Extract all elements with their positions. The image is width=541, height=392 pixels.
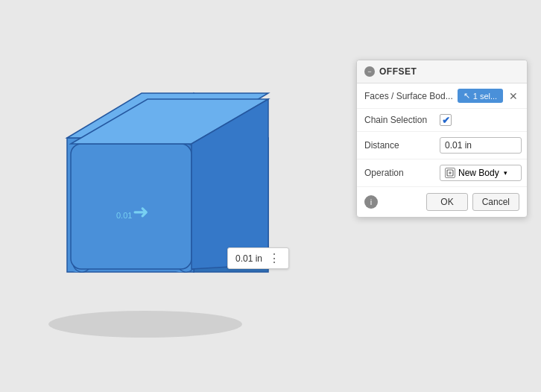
svg-text:➜: ➜ xyxy=(133,200,149,223)
distance-floating-label: 0.01 in ⋮ xyxy=(227,247,289,269)
faces-value: ↖ 1 sel... ✕ xyxy=(458,89,519,103)
offset-panel: − OFFSET Faces / Surface Bod... ↖ 1 sel.… xyxy=(356,60,528,218)
faces-label: Faces / Surface Bod... xyxy=(364,91,453,101)
distance-label-menu[interactable]: ⋮ xyxy=(268,251,281,265)
operation-dropdown[interactable]: New Body ▾ xyxy=(440,165,522,181)
distance-label-text: Distance xyxy=(364,140,435,151)
clear-selection-button[interactable]: ✕ xyxy=(507,90,519,102)
cursor-icon: ↖ xyxy=(464,91,470,101)
selection-button[interactable]: ↖ 1 sel... xyxy=(458,89,503,103)
panel-footer: i OK Cancel xyxy=(357,187,527,217)
footer-buttons: OK Cancel xyxy=(426,193,519,211)
operation-label: Operation xyxy=(364,168,435,178)
chain-selection-checkbox[interactable]: ✔ xyxy=(440,114,452,126)
chain-selection-label: Chain Selection xyxy=(364,115,435,125)
ok-button[interactable]: OK xyxy=(426,193,467,211)
faces-row: Faces / Surface Bod... ↖ 1 sel... ✕ xyxy=(357,83,527,109)
3d-box-scene: ➜ 0.01 xyxy=(22,34,291,347)
distance-value: 0.01 in xyxy=(235,253,262,264)
chain-selection-row: Chain Selection ✔ xyxy=(357,109,527,132)
distance-row: Distance xyxy=(357,132,527,159)
svg-rect-10 xyxy=(71,144,192,269)
dropdown-chevron: ▾ xyxy=(504,169,507,177)
svg-text:0.01: 0.01 xyxy=(116,211,132,220)
svg-point-0 xyxy=(48,311,242,338)
cancel-button[interactable]: Cancel xyxy=(472,193,519,211)
new-body-icon xyxy=(445,168,455,178)
operation-row: Operation New Body ▾ xyxy=(357,159,527,187)
check-mark: ✔ xyxy=(442,115,450,126)
panel-title: OFFSET xyxy=(379,66,417,77)
chain-selection-checkbox-container: ✔ xyxy=(440,114,452,126)
viewport: ➜ 0.01 0.01 in ⋮ − OFFSET Faces / Surfac… xyxy=(0,0,541,392)
selection-count: 1 sel... xyxy=(473,92,497,101)
info-button[interactable]: i xyxy=(364,195,378,209)
minimize-icon[interactable]: − xyxy=(364,66,375,77)
panel-header: − OFFSET xyxy=(357,60,527,83)
operation-value: New Body xyxy=(458,168,499,178)
distance-input[interactable] xyxy=(440,137,522,154)
